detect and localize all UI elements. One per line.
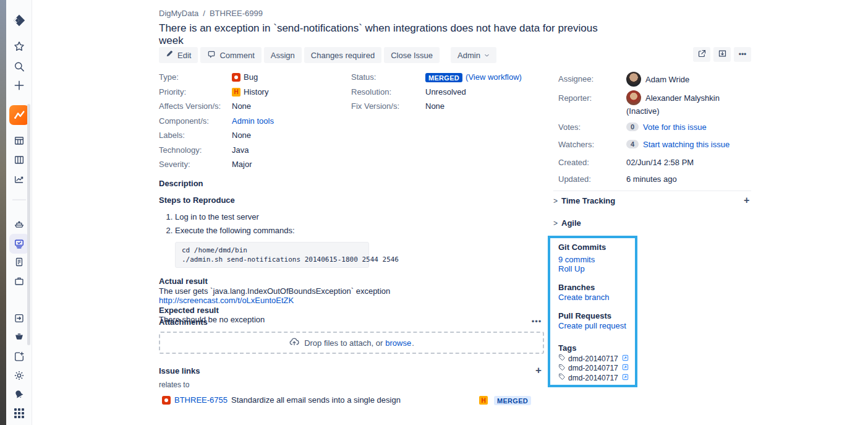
jira-logo-icon[interactable] <box>12 14 26 27</box>
labels-text: None <box>232 131 251 140</box>
attachments-menu-button[interactable]: ••• <box>529 316 545 327</box>
more-horizontal-icon: ••• <box>739 50 747 59</box>
close-issue-button[interactable]: Close Issue <box>384 47 440 63</box>
assignee-name[interactable]: Adam Wride <box>645 75 689 84</box>
view-workflow-link[interactable]: (View workflow) <box>466 72 522 82</box>
actual-result-block: Actual result The user gets `java.lang.I… <box>159 277 544 325</box>
create-plus-icon[interactable] <box>13 79 25 92</box>
watchers-count-badge: 4 <box>626 140 639 148</box>
bell-icon[interactable] <box>13 389 25 401</box>
browse-link[interactable]: browse <box>385 338 411 348</box>
chevron-right-icon: > <box>553 197 558 205</box>
chevron-down-icon <box>484 51 490 60</box>
details-fields-right: Status: MERGED (View workflow) Resolutio… <box>351 72 543 111</box>
external-link-icon[interactable] <box>622 374 629 383</box>
edit-button-label: Edit <box>177 51 191 60</box>
expected-result-heading: Expected result <box>159 306 544 316</box>
pencil-icon <box>166 50 174 60</box>
commits-link[interactable]: 9 commits <box>558 255 635 264</box>
star-icon[interactable] <box>13 40 25 53</box>
issue-toolbar: Edit Comment Assign Changes required Clo… <box>159 47 496 63</box>
reporter-label: Reporter: <box>558 93 592 103</box>
steps-heading: Steps to Reproduce <box>159 195 544 205</box>
comment-button[interactable]: Comment <box>200 47 261 63</box>
external-link-icon[interactable] <box>622 364 629 373</box>
reporter-avatar[interactable] <box>626 90 641 105</box>
linked-issue-status-badge: MERGED <box>494 396 531 405</box>
bug-icon <box>232 73 240 82</box>
edit-button[interactable]: Edit <box>159 47 198 63</box>
create-pull-request-link[interactable]: Create pull request <box>558 321 635 330</box>
board-icon[interactable] <box>13 135 25 147</box>
add-issue-link-button[interactable]: + <box>535 364 542 377</box>
toolbox-icon[interactable] <box>13 275 25 287</box>
agile-section-toggle[interactable]: > Agile <box>553 218 581 228</box>
right-panel-divider <box>553 191 751 191</box>
columns-icon[interactable] <box>13 154 25 166</box>
ship-icon[interactable] <box>13 218 25 230</box>
field-value-severity: Major <box>232 160 344 170</box>
create-branch-link[interactable]: Create branch <box>558 293 635 302</box>
admin-menu-button[interactable]: Admin <box>451 47 496 63</box>
more-options-button[interactable]: ••• <box>734 47 751 62</box>
breadcrumb-issue-link[interactable]: BTHREE-6999 <box>210 9 263 18</box>
share-icon <box>697 49 707 60</box>
breadcrumb-separator: / <box>203 9 205 18</box>
export-button[interactable] <box>713 47 731 62</box>
field-label-severity: Severity: <box>159 160 232 170</box>
code-block: cd /home/dmd/bin ./admin.sh send-notific… <box>175 242 369 268</box>
search-icon[interactable] <box>13 61 25 72</box>
notes-icon[interactable] <box>14 256 25 268</box>
tag-name: dmd-20140717 <box>568 354 618 364</box>
technology-text: Java <box>232 145 249 155</box>
field-value-type: Bug <box>232 72 344 82</box>
reports-chart-icon[interactable] <box>13 173 25 185</box>
bucket-icon[interactable] <box>13 332 25 343</box>
close-issue-label: Close Issue <box>391 51 433 60</box>
field-value-fix-versions: None <box>425 101 543 111</box>
export-icon <box>718 49 727 60</box>
vote-link[interactable]: Vote for this issue <box>643 122 707 132</box>
field-label-technology: Technology: <box>159 145 232 155</box>
changes-required-button[interactable]: Changes required <box>304 47 381 63</box>
watch-link[interactable]: Start watching this issue <box>643 140 730 149</box>
tag-icon <box>558 364 566 374</box>
assign-button[interactable]: Assign <box>264 47 302 63</box>
sidebar-scrollbar[interactable] <box>27 104 30 345</box>
app-sidebar <box>6 0 32 425</box>
tag-icon <box>558 373 566 383</box>
linked-issue-key-link[interactable]: BTHREE-6755 <box>174 395 228 405</box>
assignee-avatar[interactable] <box>626 72 641 87</box>
external-link-icon[interactable] <box>622 354 629 364</box>
screencast-link[interactable]: http://screencast.com/t/oLxEuntoEtZK <box>159 296 294 305</box>
digmydata-app-logo[interactable] <box>9 105 29 125</box>
branches-heading: Branches <box>558 283 635 292</box>
releases-selected-icon[interactable] <box>9 234 29 254</box>
share-button[interactable] <box>693 47 710 62</box>
type-text: Bug <box>244 72 258 82</box>
breadcrumb: DigMyData / BTHREE-6999 <box>159 9 263 18</box>
field-label-type: Type: <box>159 72 232 82</box>
time-tracking-section-toggle[interactable]: > Time Tracking <box>553 196 615 205</box>
issue-link-relation: relates to <box>159 380 189 389</box>
rollup-link[interactable]: Roll Up <box>558 264 635 273</box>
settings-gear-icon[interactable] <box>13 369 25 382</box>
field-label-status: Status: <box>351 72 425 82</box>
component-link[interactable]: Admin tools <box>232 116 274 126</box>
assignee-label: Assignee: <box>558 74 594 84</box>
severity-text: Major <box>232 160 252 170</box>
add-board-icon[interactable] <box>13 351 25 363</box>
linked-issue-row[interactable]: BTHREE-6755 Standardize all email sends … <box>162 395 544 406</box>
attachments-dropzone[interactable]: Drop files to attach, or browse. <box>159 332 544 354</box>
import-icon[interactable] <box>13 312 25 324</box>
app-switcher-grid-icon[interactable] <box>14 408 24 418</box>
breadcrumb-project-link[interactable]: DigMyData <box>159 9 198 18</box>
field-label-components: Component/s: <box>159 116 232 126</box>
header-actions: ••• <box>693 47 751 62</box>
tag-name: dmd-20140717 <box>568 364 618 373</box>
tags-heading: Tags <box>558 343 635 353</box>
add-time-tracking-button[interactable]: + <box>744 195 749 206</box>
sidebar-divider <box>12 199 26 200</box>
reporter-name[interactable]: Alexander Malyshkin <box>645 93 720 103</box>
priority-text: History <box>244 87 268 97</box>
